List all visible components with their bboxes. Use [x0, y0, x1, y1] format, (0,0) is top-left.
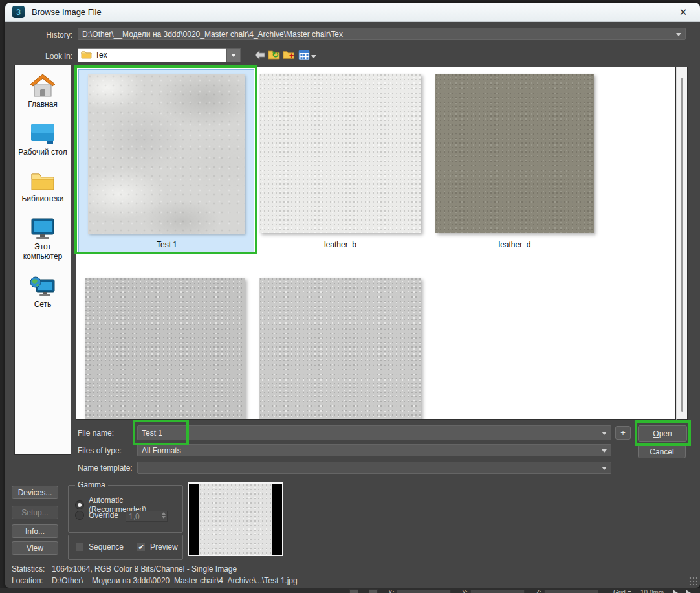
look-in-dropdown-button[interactable]	[226, 48, 241, 62]
dialog-titlebar[interactable]: 3 Browse Image File ✕	[5, 3, 700, 22]
z-coordinate-field[interactable]	[544, 590, 598, 593]
files-of-type-label: Files of type:	[78, 445, 122, 456]
devices-button[interactable]: Devices...	[12, 486, 58, 499]
coordinate-mode-icon[interactable]	[369, 589, 378, 593]
next-frame-icon[interactable]	[686, 590, 691, 593]
gamma-override-option[interactable]: Override	[75, 511, 118, 520]
history-value: D:\Other\__Модели на 3ddd\0020_Master ch…	[82, 30, 343, 39]
grid-size-label: Grid =	[613, 589, 631, 593]
radio-unselected-icon[interactable]	[75, 511, 84, 520]
gamma-override-spinner[interactable]: 1,0	[126, 511, 168, 522]
add-history-button[interactable]: +	[615, 426, 631, 440]
file-name-input[interactable]: Test 1	[137, 425, 611, 440]
open-button[interactable]: Open	[638, 425, 687, 442]
x-coordinate-field[interactable]	[397, 590, 451, 593]
statistics-label: Statistics:	[12, 565, 45, 574]
home-icon	[29, 73, 56, 98]
look-in-label: Look in:	[5, 51, 72, 62]
scrollbar-thumb[interactable]	[681, 78, 683, 412]
sidebar-item-label: Сеть	[34, 300, 52, 309]
checkbox-checked-icon[interactable]: ✔	[137, 543, 146, 552]
location-value: D:\Other\__Модели на 3ddd\0020_Master ch…	[52, 576, 298, 585]
app-status-bar: X: Y: Z: Grid = 10.0mm	[0, 588, 700, 593]
look-in-combo[interactable]: Tex	[78, 48, 226, 62]
x-coordinate-label: X:	[388, 589, 394, 593]
chevron-down-icon[interactable]	[676, 33, 681, 36]
close-icon[interactable]: ✕	[677, 6, 690, 19]
sidebar-item-label: Библиотеки	[21, 194, 63, 204]
look-in-value: Tex	[95, 50, 107, 60]
file-tile-leather-d[interactable]: leather_d	[435, 67, 594, 255]
file-list-panel[interactable]: Test 1 leather_b leather_d	[76, 67, 676, 420]
preview-image	[199, 484, 272, 555]
view-button[interactable]: View	[12, 541, 58, 555]
info-button[interactable]: Info...	[12, 524, 58, 538]
file-name-label: File name:	[78, 428, 114, 438]
gamma-group: Gamma Automatic (Recommended) Override 1…	[68, 485, 183, 533]
radio-selected-icon[interactable]	[75, 500, 84, 509]
file-label: leather_d	[435, 240, 594, 249]
thumbnail-leather-b	[259, 74, 421, 233]
svg-text:+: +	[289, 50, 294, 60]
go-to-last-folder-icon[interactable]: ↻	[268, 48, 281, 61]
view-menu-icon[interactable]	[298, 49, 311, 62]
places-sidebar: Главная Рабочий стол Библиотеки	[14, 65, 71, 455]
sidebar-item-label: Главная	[28, 100, 58, 109]
preview-option[interactable]: ✔ Preview	[137, 543, 178, 552]
history-label: History:	[5, 30, 72, 40]
desktop-icon	[28, 122, 57, 146]
sidebar-item-libraries[interactable]: Библиотеки	[15, 170, 71, 204]
file-list-scrollbar[interactable]	[676, 67, 688, 420]
sidebar-item-this-pc[interactable]: Этот компьютер	[15, 217, 71, 262]
libraries-icon	[29, 170, 56, 192]
y-coordinate-label: Y:	[462, 589, 468, 593]
chevron-down-icon[interactable]	[602, 467, 607, 470]
file-label: Test 1	[79, 240, 255, 249]
file-name-value: Test 1	[142, 429, 162, 438]
y-coordinate-field[interactable]	[470, 590, 525, 593]
file-tile-leather-b[interactable]: leather_b	[259, 67, 421, 255]
grid-size-value: 10.0mm	[640, 589, 664, 593]
computer-icon	[28, 217, 57, 240]
dialog-title: Browse Image File	[32, 7, 102, 17]
cancel-button[interactable]: Cancel	[638, 445, 686, 458]
3ds-max-logo-icon: 3	[12, 6, 25, 18]
folder-icon	[81, 50, 92, 60]
play-icon[interactable]	[673, 590, 678, 593]
files-of-type-value: All Formats	[142, 446, 181, 455]
files-of-type-dropdown[interactable]: All Formats	[137, 444, 611, 456]
lock-selection-icon[interactable]	[349, 589, 358, 593]
thumbnail-test1	[88, 74, 245, 234]
checkbox-unchecked-icon[interactable]	[75, 543, 84, 552]
browse-image-file-dialog: 3 Browse Image File ✕ History: D:\Other\…	[5, 3, 700, 588]
name-template-input[interactable]	[137, 462, 611, 474]
options-group: Sequence ✔ Preview	[68, 535, 183, 560]
resize-grip[interactable]	[689, 577, 697, 585]
sequence-option[interactable]: Sequence	[75, 543, 124, 552]
file-label: leather_b	[259, 240, 421, 249]
chevron-down-icon[interactable]	[602, 432, 607, 435]
create-new-folder-icon[interactable]: +	[283, 48, 296, 61]
history-dropdown[interactable]: D:\Other\__Модели на 3ddd\0020_Master ch…	[78, 28, 686, 40]
sidebar-item-desktop[interactable]: Рабочий стол	[15, 122, 71, 157]
screen: 3 Browse Image File ✕ History: D:\Other\…	[0, 0, 700, 593]
spinner-up-icon[interactable]	[162, 512, 166, 515]
sidebar-item-home[interactable]: Главная	[15, 73, 71, 109]
chevron-down-icon	[231, 54, 236, 57]
spinner-down-icon[interactable]	[162, 516, 166, 519]
setup-button: Setup...	[12, 506, 58, 519]
thumbnail-untitled-1[interactable]	[85, 278, 245, 420]
view-menu-chevron-icon[interactable]	[310, 50, 318, 63]
sidebar-item-label: Этот компьютер	[15, 242, 71, 262]
file-tile-test1[interactable]: Test 1	[78, 69, 254, 254]
name-template-label: Name template:	[78, 463, 133, 473]
thumbnail-untitled-2[interactable]	[259, 278, 421, 420]
sidebar-item-network[interactable]: Сеть	[15, 274, 71, 309]
statistics-value: 1064x1064, RGB Color 8 Bits/Channel - Si…	[52, 565, 237, 574]
gamma-group-title: Gamma	[75, 480, 108, 489]
back-arrow-icon[interactable]	[254, 49, 267, 62]
chevron-down-icon[interactable]	[602, 449, 607, 453]
svg-text:↻: ↻	[272, 50, 279, 60]
z-coordinate-label: Z:	[536, 589, 541, 593]
location-label: Location:	[12, 576, 43, 585]
